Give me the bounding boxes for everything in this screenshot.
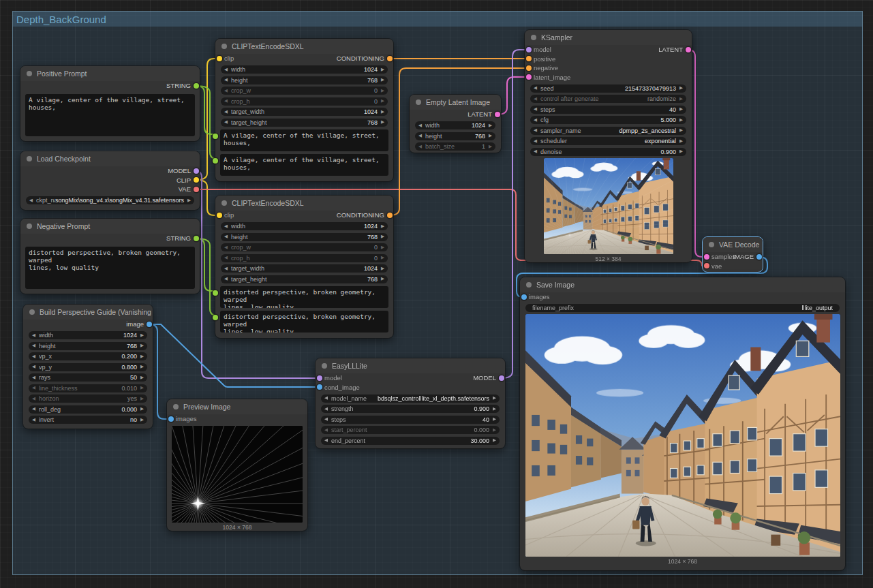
arrow-left-icon[interactable]: ◀ bbox=[224, 89, 228, 93]
widget-width[interactable]: ◀width1024▶ bbox=[29, 331, 147, 339]
widget-vp-x[interactable]: ◀vp_x0.200▶ bbox=[29, 352, 147, 360]
node-save-image[interactable]: Save Image images filename_prefixlllite_… bbox=[520, 277, 845, 570]
arrow-left-icon[interactable]: ◀ bbox=[32, 418, 35, 422]
arrow-left-icon[interactable]: ◀ bbox=[32, 343, 35, 348]
output-slot-latent[interactable] bbox=[495, 112, 500, 117]
output-slot-latent[interactable] bbox=[686, 47, 691, 52]
arrow-right-icon[interactable]: ▶ bbox=[381, 78, 384, 82]
widget-width[interactable]: ◀width1024▶ bbox=[221, 222, 388, 230]
arrow-right-icon[interactable]: ▶ bbox=[679, 128, 683, 133]
arrow-left-icon[interactable]: ◀ bbox=[224, 266, 228, 271]
arrow-right-icon[interactable]: ▶ bbox=[493, 407, 496, 412]
prompt-textarea[interactable]: distorted perspective, broken geometry, … bbox=[25, 247, 195, 290]
node-graph-canvas[interactable]: Depth_BackGround Positive Prompt STRING … bbox=[0, 0, 873, 588]
arrow-left-icon[interactable]: ◀ bbox=[224, 78, 228, 82]
widget-crop-w[interactable]: ◀crop_w0▶ bbox=[221, 243, 388, 251]
arrow-right-icon[interactable]: ▶ bbox=[679, 149, 683, 154]
arrow-left-icon[interactable]: ◀ bbox=[224, 256, 228, 260]
collapse-dot-icon[interactable] bbox=[29, 309, 35, 315]
collapse-dot-icon[interactable] bbox=[173, 404, 179, 409]
arrow-left-icon[interactable]: ◀ bbox=[324, 438, 328, 443]
arrow-right-icon[interactable]: ▶ bbox=[140, 407, 144, 412]
node-ksampler[interactable]: KSampler modelLATENT positive negative l… bbox=[525, 30, 692, 262]
arrow-right-icon[interactable]: ▶ bbox=[493, 396, 496, 401]
collapse-dot-icon[interactable] bbox=[416, 99, 421, 105]
output-slot-string[interactable] bbox=[194, 83, 199, 89]
collapse-dot-icon[interactable] bbox=[27, 223, 32, 229]
arrow-right-icon[interactable]: ▶ bbox=[140, 386, 144, 390]
node-titlebar[interactable]: Save Image bbox=[520, 277, 845, 292]
arrow-right-icon[interactable]: ▶ bbox=[140, 397, 144, 401]
arrow-right-icon[interactable]: ▶ bbox=[381, 224, 384, 229]
widget-model-name[interactable]: ◀model_namebdsqlsz_controlllite_xl_depth… bbox=[321, 394, 500, 403]
output-slot-model[interactable] bbox=[194, 168, 199, 174]
input-slot-images[interactable] bbox=[521, 294, 527, 300]
arrow-right-icon[interactable]: ▶ bbox=[381, 245, 384, 250]
arrow-right-icon[interactable]: ▶ bbox=[489, 144, 492, 149]
arrow-left-icon[interactable]: ◀ bbox=[224, 224, 228, 229]
group-titlebar[interactable]: Depth_BackGround bbox=[13, 12, 862, 27]
node-load-checkpoint[interactable]: Load Checkpoint MODEL CLIP VAE ◀ckpt_na … bbox=[20, 151, 200, 210]
widget-start-percent[interactable]: ◀start_percent0.000▶ bbox=[321, 426, 500, 434]
widget-steps[interactable]: ◀steps40▶ bbox=[530, 106, 686, 114]
arrow-left-icon[interactable]: ◀ bbox=[324, 428, 328, 433]
arrow-right-icon[interactable]: ▶ bbox=[140, 343, 144, 348]
collapse-dot-icon[interactable] bbox=[221, 200, 227, 206]
node-clip-text-encode-sdxl-negative[interactable]: CLIPTextEncodeSDXL clipCONDITIONING ◀wid… bbox=[215, 196, 393, 338]
arrow-right-icon[interactable]: ▶ bbox=[679, 97, 683, 102]
arrow-right-icon[interactable]: ▶ bbox=[679, 139, 683, 144]
arrow-right-icon[interactable]: ▶ bbox=[381, 67, 384, 72]
node-preview-image[interactable]: Preview Image images 1024 × 768 bbox=[167, 399, 307, 531]
widget-width[interactable]: ◀width1024▶ bbox=[415, 121, 495, 129]
node-titlebar[interactable]: Empty Latent Image bbox=[410, 95, 501, 110]
collapse-dot-icon[interactable] bbox=[322, 363, 327, 369]
node-titlebar[interactable]: Load Checkpoint bbox=[20, 151, 200, 166]
collapse-dot-icon[interactable] bbox=[27, 156, 32, 161]
arrow-right-icon[interactable]: ▶ bbox=[679, 118, 683, 123]
widget-ckpt-name[interactable]: ◀ckpt_na ...songMix\song_v4.x\songMix_v4… bbox=[26, 196, 194, 204]
input-slot-samples[interactable] bbox=[704, 254, 709, 260]
widget-sampler-name[interactable]: ◀sampler_namedpmpp_2s_ancestral▶ bbox=[530, 127, 686, 135]
arrow-left-icon[interactable]: ◀ bbox=[224, 99, 228, 104]
arrow-right-icon[interactable]: ▶ bbox=[489, 123, 492, 128]
arrow-right-icon[interactable]: ▶ bbox=[381, 266, 384, 271]
arrow-left-icon[interactable]: ◀ bbox=[324, 407, 328, 412]
arrow-right-icon[interactable]: ▶ bbox=[381, 120, 384, 125]
collapse-dot-icon[interactable] bbox=[531, 35, 536, 40]
arrow-left-icon[interactable]: ◀ bbox=[224, 277, 228, 281]
arrow-left-icon[interactable]: ◀ bbox=[32, 333, 35, 338]
input-slot-positive[interactable] bbox=[526, 56, 532, 61]
input-slot-latent-image[interactable] bbox=[526, 74, 532, 80]
arrow-left-icon[interactable]: ◀ bbox=[224, 67, 228, 72]
node-titlebar[interactable]: Negative Prompt bbox=[20, 219, 200, 234]
widget-horizon[interactable]: ◀horizonyes▶ bbox=[29, 394, 147, 403]
arrow-right-icon[interactable]: ▶ bbox=[140, 418, 144, 422]
arrow-left-icon[interactable]: ◀ bbox=[32, 397, 35, 401]
input-slot-negative[interactable] bbox=[526, 65, 532, 71]
widget-crop-h[interactable]: ◀crop_h0▶ bbox=[221, 97, 388, 106]
widget-end-percent[interactable]: ◀end_percent30.000▶ bbox=[321, 437, 500, 445]
collapse-dot-icon[interactable] bbox=[27, 71, 32, 76]
arrow-right-icon[interactable]: ▶ bbox=[493, 417, 496, 422]
input-slot-model[interactable] bbox=[526, 47, 532, 52]
output-slot-conditioning[interactable] bbox=[387, 56, 393, 61]
arrow-right-icon[interactable]: ▶ bbox=[381, 99, 384, 104]
arrow-left-icon[interactable]: ◀ bbox=[32, 365, 35, 369]
widget-filename-prefix[interactable]: filename_prefixlllite_output bbox=[525, 304, 840, 312]
prompt-textarea[interactable]: A vilage, center of the village, street,… bbox=[25, 94, 195, 137]
node-titlebar[interactable]: Preview Image bbox=[167, 399, 307, 414]
arrow-right-icon[interactable]: ▶ bbox=[381, 234, 384, 239]
node-titlebar[interactable]: CLIPTextEncodeSDXL bbox=[215, 196, 393, 211]
input-slot-model[interactable] bbox=[317, 375, 322, 381]
node-positive-prompt[interactable]: Positive Prompt STRING A vilage, center … bbox=[20, 66, 200, 141]
widget-cfg[interactable]: ◀cfg5.000▶ bbox=[530, 116, 686, 124]
arrow-right-icon[interactable]: ▶ bbox=[381, 89, 384, 93]
output-slot-image[interactable] bbox=[756, 254, 762, 260]
arrow-right-icon[interactable]: ▶ bbox=[679, 107, 683, 112]
widget-line-thickness[interactable]: ◀line_thickness0.010▶ bbox=[29, 384, 147, 392]
arrow-left-icon[interactable]: ◀ bbox=[534, 139, 537, 144]
input-slot-cond-image[interactable] bbox=[317, 384, 322, 390]
arrow-right-icon[interactable]: ▶ bbox=[679, 86, 683, 91]
arrow-left-icon[interactable]: ◀ bbox=[534, 86, 537, 91]
arrow-left-icon[interactable]: ◀ bbox=[534, 149, 537, 154]
